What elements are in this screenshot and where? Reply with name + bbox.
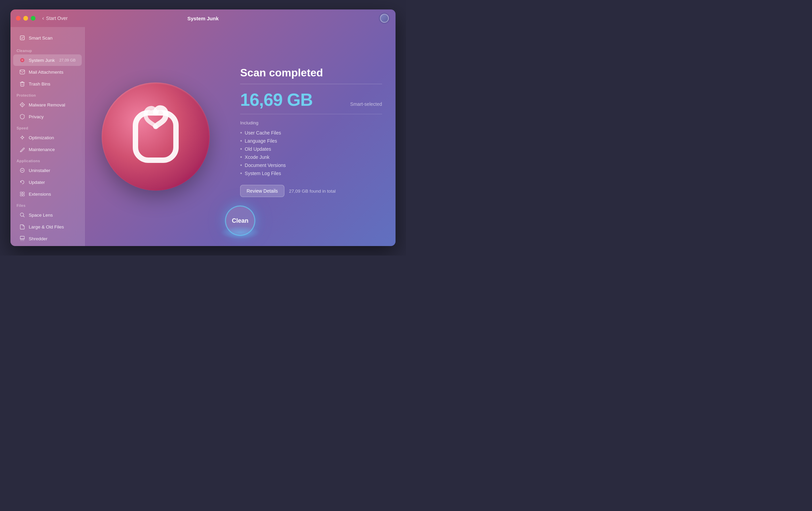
cleanup-section-label: Cleanup [10, 45, 84, 54]
mail-attachments-label: Mail Attachments [29, 70, 64, 75]
trash-icon [19, 81, 25, 87]
svg-rect-15 [20, 192, 22, 194]
svg-rect-3 [20, 70, 25, 74]
cleanmymac-logo-icon [122, 103, 189, 170]
updater-icon [19, 179, 25, 185]
privacy-label: Privacy [29, 114, 44, 119]
scan-title: Scan completed [240, 67, 382, 79]
clean-btn-container: Clean [225, 205, 255, 236]
updater-label: Updater [29, 180, 45, 185]
content-area: Scan completed 16,69 GB Smart-selected I… [85, 27, 396, 246]
maximize-button[interactable] [31, 16, 35, 21]
traffic-lights [16, 16, 35, 21]
extensions-icon [19, 191, 25, 197]
titlebar: ‹ Start Over System Junk [10, 9, 396, 27]
sidebar-item-space-lens[interactable]: Space Lens [13, 209, 82, 221]
maintenance-icon [19, 146, 25, 152]
sidebar-item-extensions[interactable]: Extensions [13, 188, 82, 200]
system-junk-size: 27,09 GB [59, 58, 76, 62]
right-panel: Scan completed 16,69 GB Smart-selected I… [240, 67, 382, 206]
files-section-label: Files [10, 200, 84, 209]
divider-2 [240, 114, 382, 114]
shredder-icon [19, 236, 25, 242]
sidebar-item-privacy[interactable]: Privacy [13, 111, 82, 122]
speed-section-label: Speed [10, 123, 84, 131]
clean-button[interactable]: Clean [225, 205, 255, 236]
divider-1 [240, 84, 382, 84]
file-item-3: Xcode Junk [240, 153, 382, 161]
large-old-files-label: Large & Old Files [29, 224, 64, 229]
mail-icon [19, 69, 25, 75]
optimization-label: Optimization [29, 135, 54, 140]
svg-point-13 [21, 137, 23, 139]
sidebar-item-mail-attachments[interactable]: Mail Attachments [13, 66, 82, 78]
file-list: User Cache Files Language Files Old Upda… [240, 129, 382, 177]
space-lens-icon [19, 212, 25, 218]
review-row: Review Details 27,09 GB found in total [240, 185, 382, 197]
system-junk-icon [19, 57, 25, 63]
sidebar-item-shredder[interactable]: Shredder [13, 233, 82, 244]
avatar [380, 14, 389, 23]
size-value: 16,69 GB [240, 90, 313, 110]
review-details-button[interactable]: Review Details [240, 185, 284, 197]
sidebar-item-maintenance[interactable]: Maintenance [13, 144, 82, 155]
uninstaller-icon [19, 167, 25, 173]
malware-removal-label: Malware Removal [29, 102, 65, 107]
user-avatar-button[interactable] [379, 13, 390, 24]
file-item-4: Document Versions [240, 161, 382, 169]
svg-rect-18 [23, 194, 24, 196]
found-total-text: 27,09 GB found in total [289, 189, 336, 194]
sidebar: Smart Scan Cleanup System Junk 27,09 GB [10, 27, 85, 246]
svg-rect-4 [21, 82, 24, 86]
protection-section-label: Protection [10, 90, 84, 99]
svg-point-8 [22, 104, 23, 105]
file-item-5: System Log Files [240, 169, 382, 177]
uninstaller-label: Uninstaller [29, 168, 50, 173]
svg-point-2 [21, 59, 23, 61]
app-window: ‹ Start Over System Junk Smart Scan [10, 9, 396, 246]
maintenance-label: Maintenance [29, 147, 55, 152]
smart-scan-label: Smart Scan [29, 35, 53, 41]
shredder-label: Shredder [29, 236, 48, 241]
including-label: Including [240, 120, 382, 125]
svg-rect-20 [20, 236, 24, 239]
extensions-label: Extensions [29, 192, 51, 197]
system-junk-label: System Junk [29, 58, 55, 63]
optimization-icon [19, 135, 25, 141]
sidebar-item-updater[interactable]: Updater [13, 176, 82, 188]
window-title: System Junk [187, 16, 219, 21]
svg-rect-25 [135, 113, 176, 160]
sidebar-item-malware-removal[interactable]: Malware Removal [13, 99, 82, 111]
svg-rect-17 [20, 194, 22, 196]
sidebar-item-system-junk[interactable]: System Junk 27,09 GB [13, 54, 82, 66]
size-row: 16,69 GB Smart-selected [240, 90, 382, 110]
smart-selected-label: Smart-selected [350, 101, 382, 107]
large-files-icon [19, 224, 25, 230]
close-button[interactable] [16, 16, 21, 21]
sidebar-item-large-old-files[interactable]: Large & Old Files [13, 221, 82, 233]
malware-icon [19, 102, 25, 108]
file-item-2: Old Updates [240, 145, 382, 153]
smart-scan-icon [19, 35, 25, 41]
file-item-1: Language Files [240, 137, 382, 145]
sidebar-item-optimization[interactable]: Optimization [13, 132, 82, 143]
applications-section-label: Applications [10, 155, 84, 164]
sidebar-item-uninstaller[interactable]: Uninstaller [13, 165, 82, 176]
sidebar-item-trash-bins[interactable]: Trash Bins [13, 78, 82, 90]
back-arrow-icon: ‹ [42, 15, 44, 21]
sidebar-item-smart-scan[interactable]: Smart Scan [13, 32, 82, 44]
privacy-icon [19, 114, 25, 120]
back-nav[interactable]: ‹ Start Over [42, 15, 68, 21]
main-content: Smart Scan Cleanup System Junk 27,09 GB [10, 27, 396, 246]
file-item-0: User Cache Files [240, 129, 382, 137]
space-lens-label: Space Lens [29, 213, 53, 218]
back-nav-label: Start Over [46, 16, 68, 21]
svg-rect-16 [23, 192, 24, 194]
app-icon [102, 82, 210, 191]
trash-bins-label: Trash Bins [29, 81, 50, 87]
app-icon-container [102, 82, 210, 191]
minimize-button[interactable] [23, 16, 28, 21]
